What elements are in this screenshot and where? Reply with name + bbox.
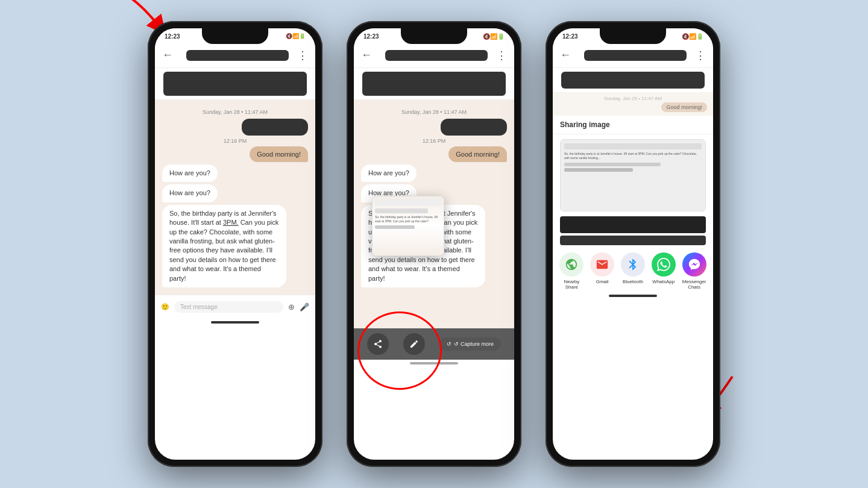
bubble-right-text-1: Good morning! <box>250 146 308 162</box>
menu-icon-1[interactable]: ⋮ <box>297 49 308 62</box>
screenshot-preview-inner: So, the birthday party is at Jennifer's … <box>373 196 444 255</box>
phone-screen-3: 12:23 🔇📶🔋 ← ⋮ Sunday, Jan 25 • 11:47 AM … <box>553 28 713 460</box>
emoji-icon-1[interactable]: 🙂 <box>161 303 169 311</box>
capture-more-button[interactable]: ↺ ↺ Capture more <box>439 337 501 351</box>
capture-icon: ↺ <box>447 341 451 347</box>
phone-notch-3 <box>600 28 666 44</box>
bg-chat-3: Sunday, Jan 25 • 11:47 AM Good morning! <box>553 92 713 116</box>
header-blurred-2 <box>362 72 506 96</box>
phone-2-wrapper: 12:23 🔇📶🔋 ← ⋮ Sunday, Jan 28 • 11:47 AM <box>347 21 521 467</box>
share-app-gmail[interactable]: Gmail <box>588 252 617 290</box>
header-blurred-3 <box>561 72 705 89</box>
attach-icon-1[interactable]: ⊕ <box>288 302 295 311</box>
menu-icon-2[interactable]: ⋮ <box>496 49 507 62</box>
phone-notch-2 <box>401 28 467 44</box>
time-label-1: 12:16 PM <box>162 138 308 144</box>
bluetooth-label: Bluetooth <box>623 279 643 284</box>
bubble-right-1: Good morning! <box>162 146 308 162</box>
phone-3-wrapper: 12:23 🔇📶🔋 ← ⋮ Sunday, Jan 25 • 11:47 AM … <box>546 21 720 467</box>
status-icons-1: 🔇📶🔋 <box>286 33 306 39</box>
home-indicator-3 <box>609 295 657 297</box>
nearby-share-label: Nearby Share <box>557 279 586 290</box>
share-apps-row: Nearby Share Gmail <box>553 246 713 292</box>
preview-text: So, the birthday party is at Jennifer's … <box>375 215 441 224</box>
status-icons-2: 🔇📶🔋 <box>483 33 505 40</box>
whatsapp-label: WhatsApp <box>652 279 675 284</box>
status-time-3: 12:23 <box>562 33 578 40</box>
status-icons-3: 🔇📶🔋 <box>682 33 703 40</box>
phone-1-wrapper: 12:23 🔇📶🔋 ← ⋮ Sunday, Jan 28 • 11:47 AM <box>148 21 322 467</box>
gmail-icon <box>590 252 614 277</box>
edit-button[interactable] <box>403 333 425 355</box>
contact-blurred-3 <box>584 50 687 61</box>
chat-content-2: Sunday, Jan 28 • 11:47 AM 12:16 PM Good … <box>354 99 514 328</box>
chat-topbar-1: ← ⋮ <box>155 43 315 68</box>
chat-topbar-2: ← ⋮ <box>354 43 514 68</box>
message-input-1[interactable]: Text message <box>174 301 283 313</box>
capture-label: ↺ Capture more <box>454 341 494 347</box>
chat-topbar-3: ← ⋮ <box>553 43 713 68</box>
share-app-bluetooth[interactable]: Bluetooth <box>618 252 647 290</box>
msg-1-2: How are you? <box>162 184 308 202</box>
msg-1-3: So, the birthday party is at Jennifer's … <box>162 205 308 287</box>
back-icon-3[interactable]: ← <box>560 49 571 61</box>
bubble-right-2: Good morning! <box>361 146 507 162</box>
chat-bottom-1: 🙂 Text message ⊕ 🎤 <box>155 295 315 319</box>
share-app-nearby[interactable]: Nearby Share <box>557 252 586 290</box>
contact-blurred-2 <box>385 50 488 61</box>
phone-notch-1 <box>202 28 268 44</box>
share-button[interactable] <box>367 333 389 355</box>
contact-blurred-1 <box>186 50 289 61</box>
blurred-row-3b <box>560 236 706 245</box>
status-time-1: 12:23 <box>165 33 180 40</box>
screenshot-preview: So, the birthday party is at Jennifer's … <box>372 196 444 256</box>
date-label-2: Sunday, Jan 28 • 11:47 AM <box>361 109 507 115</box>
messenger-label: Messenger Chats <box>680 279 709 290</box>
phone-3: 12:23 🔇📶🔋 ← ⋮ Sunday, Jan 25 • 11:47 AM … <box>546 21 720 467</box>
whatsapp-icon <box>652 252 676 277</box>
phone-2: 12:23 🔇📶🔋 ← ⋮ Sunday, Jan 28 • 11:47 AM <box>347 21 521 467</box>
sharing-title: Sharing image <box>553 116 713 134</box>
status-time-2: 12:23 <box>363 33 379 40</box>
share-toolbar: ↺ ↺ Capture more <box>354 328 514 360</box>
messenger-icon <box>682 252 706 277</box>
msg-1-1: How are you? <box>162 164 308 182</box>
home-indicator-2 <box>410 362 458 364</box>
sharing-panel: Sharing image So, the birthday party is … <box>553 116 713 292</box>
blurred-row-3 <box>560 216 706 233</box>
back-icon-2[interactable]: ← <box>361 49 372 61</box>
header-blurred-1 <box>163 72 307 96</box>
phone-screen-1: 12:23 🔇📶🔋 ← ⋮ Sunday, Jan 28 • 11:47 AM <box>155 28 315 460</box>
time-label-2: 12:16 PM <box>361 138 507 144</box>
phone-1: 12:23 🔇📶🔋 ← ⋮ Sunday, Jan 28 • 11:47 AM <box>148 21 322 467</box>
mic-icon-1[interactable]: 🎤 <box>300 302 309 311</box>
menu-icon-3[interactable]: ⋮ <box>695 49 706 62</box>
bluetooth-icon <box>621 252 645 277</box>
share-app-whatsapp[interactable]: WhatsApp <box>649 252 678 290</box>
phone-screen-2: 12:23 🔇📶🔋 ← ⋮ Sunday, Jan 28 • 11:47 AM <box>354 28 514 460</box>
back-icon-1[interactable]: ← <box>162 49 173 61</box>
chat-content-1: Sunday, Jan 28 • 11:47 AM 12:16 PM Good … <box>155 99 315 295</box>
nearby-share-icon <box>559 252 583 277</box>
share-app-messenger[interactable]: Messenger Chats <box>680 252 709 290</box>
gmail-label: Gmail <box>596 279 609 284</box>
bubble-right-3: Good morning! <box>661 102 707 112</box>
sharing-image-preview: So, the birthday party is at Jennifer's … <box>560 139 706 211</box>
date-label-1: Sunday, Jan 28 • 11:47 AM <box>162 109 308 115</box>
home-indicator-1 <box>211 321 259 324</box>
msg-2-1: How are you? <box>361 164 507 182</box>
